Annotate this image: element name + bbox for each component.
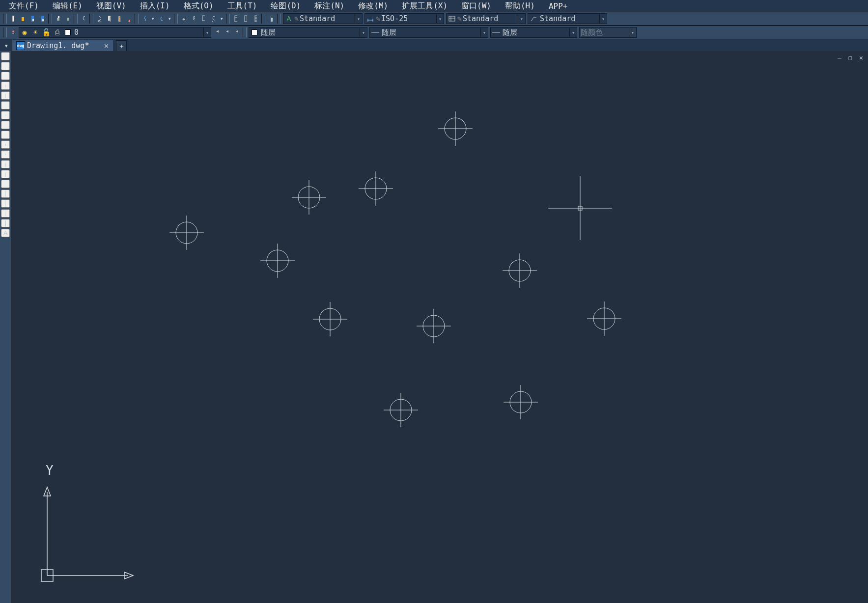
ellipse-button[interactable] <box>1 140 10 149</box>
color-dropdown[interactable]: 随层 ▾ <box>249 27 367 38</box>
svg-rect-26 <box>235 16 237 22</box>
zoom-realtime-button[interactable] <box>189 14 198 23</box>
svg-rect-39 <box>449 16 455 21</box>
lineweight-dropdown[interactable]: 随层 ▾ <box>490 27 577 38</box>
bulb-on-icon[interactable]: ◉ <box>21 28 28 36</box>
menu-insert[interactable]: 插入(I) <box>133 0 177 12</box>
divider-icon <box>277 14 281 24</box>
polygon-button[interactable] <box>1 82 10 90</box>
menu-file[interactable]: 文件(F) <box>2 0 46 12</box>
arc-button[interactable] <box>1 101 10 110</box>
cut-button[interactable] <box>95 14 104 23</box>
svg-point-81 <box>267 250 288 272</box>
point-marker <box>504 385 538 419</box>
minimize-icon[interactable]: — <box>836 54 843 61</box>
matchprop-button[interactable] <box>124 14 133 23</box>
new-tab-button[interactable]: ＋ <box>116 40 127 51</box>
layer-color-icon[interactable] <box>64 28 72 36</box>
dimstyle-dropdown[interactable]: ✎ ISO-25 ▾ <box>364 13 444 24</box>
svg-rect-107 <box>41 570 53 581</box>
svg-point-90 <box>423 315 445 337</box>
zoom-flyout-button[interactable]: ▾ <box>219 14 224 23</box>
pan-button[interactable] <box>179 14 188 23</box>
tablestyle-dropdown[interactable]: ✎ Standard ▾ <box>446 13 526 24</box>
color-value: 随层 <box>260 28 279 37</box>
linetype-dropdown[interactable]: 随层 ▾ <box>369 27 488 38</box>
zoom-window-button[interactable] <box>199 14 208 23</box>
paste-button[interactable] <box>114 14 123 23</box>
plotstyle-dropdown[interactable]: 随颜色 ▾ <box>579 27 637 38</box>
menu-edit[interactable]: 编辑(E) <box>46 0 89 12</box>
makeblock-button[interactable] <box>1 170 10 178</box>
divider-icon <box>243 27 247 37</box>
plot-icon[interactable]: ⎙ <box>53 28 61 36</box>
spline-button[interactable] <box>1 131 10 139</box>
lineweight-value: 随层 <box>502 28 520 37</box>
svg-text:Y: Y <box>46 463 54 478</box>
copy-button[interactable] <box>105 14 113 23</box>
xline-button[interactable] <box>1 62 10 70</box>
svg-line-47 <box>5 63 6 69</box>
find-button[interactable] <box>79 14 88 23</box>
undo-history-button[interactable]: ▾ <box>150 14 156 23</box>
menu-view[interactable]: 视图(V) <box>89 0 133 12</box>
layerprops-button[interactable] <box>8 28 17 37</box>
menu-help[interactable]: 帮助(H) <box>498 0 542 12</box>
line-button[interactable] <box>1 52 10 60</box>
saveas-button[interactable] <box>38 14 47 23</box>
calc-button[interactable] <box>267 14 276 23</box>
properties-button[interactable] <box>231 14 240 23</box>
save-button[interactable] <box>28 14 37 23</box>
lock-open-icon[interactable]: 🔓 <box>42 28 50 36</box>
zoom-previous-button[interactable] <box>209 14 218 23</box>
mleaderstyle-dropdown[interactable]: Standard ▾ <box>528 13 607 24</box>
ellipsearc-button[interactable] <box>1 150 10 159</box>
circle-button[interactable] <box>1 111 10 119</box>
sun-icon[interactable]: ☀ <box>31 28 39 36</box>
document-tab-bar: ▾ dwg Drawing1. dwg* ✕ ＋ <box>0 39 868 51</box>
layer-dropdown[interactable]: ◉ ☀ 🔓 ⎙ 0 ▾ <box>19 27 211 38</box>
new-button[interactable] <box>8 14 17 23</box>
layer-state-button[interactable] <box>223 28 231 37</box>
menu-dim[interactable]: 标注(N) <box>308 0 351 12</box>
point-button[interactable] <box>1 180 10 188</box>
print-preview-button[interactable] <box>63 14 72 23</box>
menu-format[interactable]: 格式(O) <box>177 0 221 12</box>
close-icon[interactable]: ✕ <box>103 42 110 49</box>
tab-drawing1[interactable]: dwg Drawing1. dwg* ✕ <box>12 40 114 51</box>
drawing-canvas[interactable]: — ❐ ✕ Y X <box>11 51 868 603</box>
layer-prev-button[interactable] <box>213 28 222 37</box>
layer-iso-button[interactable] <box>232 28 241 37</box>
menu-window[interactable]: 窗口(W) <box>454 0 498 12</box>
svg-point-50 <box>5 143 6 147</box>
region-button[interactable] <box>1 209 10 218</box>
svg-rect-7 <box>58 16 59 18</box>
polyline-button[interactable] <box>1 72 10 80</box>
tab-nav-button[interactable]: ▾ <box>2 40 11 51</box>
rectangle-button[interactable] <box>1 91 10 100</box>
redo-button[interactable] <box>157 14 166 23</box>
undo-button[interactable] <box>140 14 149 23</box>
open-button[interactable] <box>18 14 27 23</box>
point-marker <box>260 244 295 278</box>
insertblock-button[interactable] <box>1 160 10 168</box>
menu-app[interactable]: APP+ <box>542 0 575 12</box>
print-button[interactable] <box>54 14 62 23</box>
hatch-button[interactable] <box>1 190 10 198</box>
designcenter-button[interactable] <box>241 14 250 23</box>
chevron-down-icon: ▾ <box>360 28 367 37</box>
menu-modify[interactable]: 修改(M) <box>351 0 395 12</box>
ucs-icon: Y X <box>35 463 143 585</box>
menu-tools[interactable]: 工具(T) <box>221 0 264 12</box>
menu-ext[interactable]: 扩展工具(X) <box>395 0 454 12</box>
mtext-button[interactable]: A <box>1 229 10 237</box>
revcloud-button[interactable] <box>1 121 10 129</box>
table-button[interactable] <box>1 219 10 227</box>
close-icon[interactable]: ✕ <box>857 54 865 61</box>
toolpalette-button[interactable] <box>251 14 260 23</box>
gradient-button[interactable] <box>1 199 10 208</box>
menu-draw[interactable]: 绘图(D) <box>264 0 308 12</box>
textstyle-dropdown[interactable]: ✎ Standard ▾ <box>283 13 363 24</box>
restore-icon[interactable]: ❐ <box>846 54 854 61</box>
redo-history-button[interactable]: ▾ <box>167 14 172 23</box>
